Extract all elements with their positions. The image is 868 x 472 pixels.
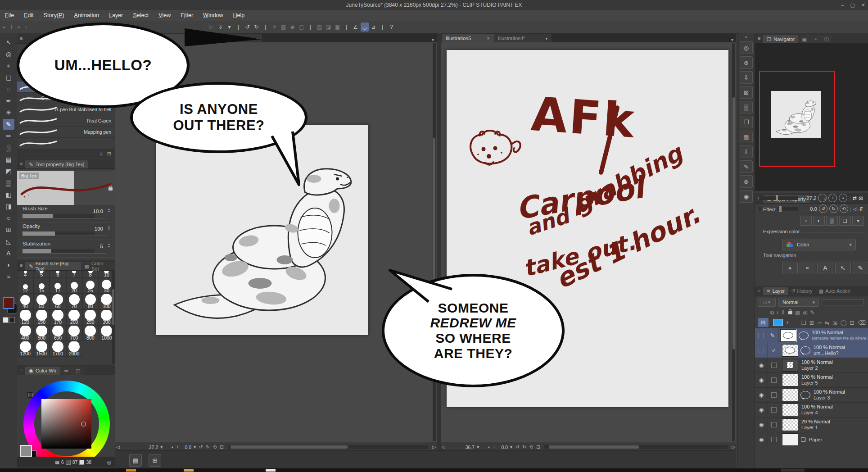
delete-subtool-icon[interactable]: ⊟: [107, 151, 111, 157]
stepper-icon[interactable]: ▲▼: [108, 208, 110, 213]
fit-view-icon[interactable]: ⊡: [219, 445, 224, 449]
brush-size-cell[interactable]: 7: [66, 271, 82, 278]
tool-property-tab[interactable]: ✎ Tool property [Big Tex]: [25, 160, 88, 168]
brush-size-tab[interactable]: ✎ Brush size [Big Tex]: [25, 262, 81, 270]
flip-horizontal-icon[interactable]: ⇄: [852, 195, 857, 201]
blend-mode-dropdown[interactable]: Normal ▾: [778, 298, 819, 307]
zoom-slider-icon[interactable]: ▪: [487, 445, 491, 449]
toolbar-icon[interactable]: ▧: [316, 23, 324, 32]
toolbar-icon[interactable]: ?: [388, 23, 396, 32]
decoration-tool[interactable]: ▤: [3, 154, 14, 165]
brush-size-cell[interactable]: 1500: [33, 341, 50, 357]
pane2-horizontal-scrollbar[interactable]: [544, 445, 728, 449]
material-delete[interactable]: ⊠: [740, 86, 753, 99]
text-tool[interactable]: A: [3, 248, 14, 259]
brush-size-cell[interactable]: 800: [82, 325, 99, 341]
layer-thumbnail[interactable]: [782, 374, 798, 386]
brush-size-cell[interactable]: 200: [66, 309, 82, 325]
frame-border-tool[interactable]: ⊞: [3, 224, 14, 235]
move-tool[interactable]: ⌖: [3, 60, 14, 71]
layer-thumbnail[interactable]: [782, 433, 798, 446]
close-button[interactable]: ✕: [861, 2, 865, 8]
zoom-out-icon[interactable]: −: [481, 445, 486, 449]
zoom-in-icon[interactable]: +: [492, 445, 497, 449]
toolbar-icon[interactable]: ◡: [361, 23, 369, 32]
document-tab[interactable]: Illustration5 ×: [442, 34, 494, 42]
merge-to-lower-icon[interactable]: ⇲: [832, 319, 837, 326]
layer-thumbnail[interactable]: [782, 389, 798, 401]
material-download[interactable]: ⇩: [740, 71, 753, 84]
scroll-left-icon[interactable]: ◁: [441, 445, 446, 449]
layer-tab[interactable]: ≋ Layer: [763, 287, 788, 295]
brush-size-cell[interactable]: 250: [82, 309, 99, 325]
toolbar-icon[interactable]: |: [379, 23, 387, 32]
menu-item[interactable]: Edit: [19, 10, 39, 21]
brush-size-cell[interactable]: 60: [50, 294, 66, 309]
new-vector-layer-icon[interactable]: ⊞: [809, 319, 814, 326]
close-tab-icon[interactable]: ×: [487, 36, 490, 41]
brush-size-cell[interactable]: 5: [33, 271, 50, 278]
collapse-arrows-icon[interactable]: »: [738, 33, 755, 39]
toolbar-icon[interactable]: ◪: [325, 23, 333, 32]
new-raster-layer-icon[interactable]: ❏: [801, 319, 806, 326]
toolbar-icon[interactable]: ▢: [298, 23, 306, 32]
reference-layer-icon[interactable]: ✎: [810, 309, 815, 316]
stepper-icon[interactable]: ▲▼: [108, 225, 110, 231]
brush-size-cell[interactable]: 4: [17, 271, 33, 278]
zoom-caret-icon[interactable]: ▾: [159, 445, 163, 449]
expand-icon[interactable]: ⊠: [859, 195, 863, 201]
navigator-tab[interactable]: ❐ Navigator: [763, 35, 798, 43]
fit-to-screen-button[interactable]: ▪: [839, 194, 847, 202]
sub-color-swatch[interactable]: [3, 317, 9, 323]
layer-palette-color-dropdown[interactable]: ▢ ▾: [758, 298, 776, 307]
apply-mask-icon[interactable]: ⊡: [850, 319, 854, 326]
flip-vertical-icon[interactable]: ⇵: [859, 206, 863, 212]
hue-marker[interactable]: [28, 393, 32, 397]
layer-row[interactable]: ◉ ❏ 100 % Normal Layer 5: [755, 373, 868, 388]
material-edit[interactable]: ✎: [740, 160, 753, 173]
zoom-tool[interactable]: ◎: [3, 49, 14, 59]
brush-size-cell[interactable]: 150: [33, 309, 50, 325]
layer-row[interactable]: ◉ ❏ 100 % Normal Layer 2: [755, 358, 868, 373]
scroll-right-icon[interactable]: ▷: [731, 445, 736, 449]
delete-layer-icon[interactable]: ⌫: [858, 319, 866, 326]
draft-layer-icon[interactable]: ◎: [803, 309, 807, 316]
material-image-material[interactable]: ▦: [740, 131, 753, 143]
panel-menu-icon[interactable]: ≡: [20, 36, 23, 41]
toolbar-icon[interactable]: ▣: [334, 23, 342, 32]
layer-view-button[interactable]: ▤: [129, 454, 142, 467]
material-download-2[interactable]: ⇩: [740, 145, 753, 158]
menu-item[interactable]: Select: [128, 10, 154, 21]
zoom-value[interactable]: 27.2: [149, 445, 158, 450]
brush-size-cell[interactable]: 700: [66, 325, 82, 341]
airbrush-tool[interactable]: ░: [3, 142, 14, 153]
document-tab[interactable]: Illustration4* ●: [494, 34, 552, 42]
property-slider[interactable]: [23, 249, 95, 253]
rotate-ccw-button[interactable]: ↺: [819, 204, 827, 213]
menu-item[interactable]: Animation: [69, 10, 104, 21]
correction-tool[interactable]: ≈: [3, 271, 14, 282]
brush-size-scrollbar[interactable]: [112, 271, 115, 364]
auto-action-tab[interactable]: ▦ Auto Action: [816, 287, 854, 295]
subtool-item[interactable]: Real G-pen: [17, 115, 115, 127]
effect-caret-icon[interactable]: ▾: [852, 216, 864, 226]
add-subtool-icon[interactable]: ⇩: [99, 151, 104, 157]
operation-tool[interactable]: ↖: [3, 37, 14, 48]
color-history-tab[interactable]: ◫: [72, 367, 84, 375]
taskbar-icon[interactable]: [266, 469, 276, 472]
toolbar-icon[interactable]: ◆: [289, 23, 297, 32]
brush-tool[interactable]: ✏: [3, 131, 14, 141]
blend-tool[interactable]: ▒: [3, 177, 14, 188]
transfer-to-lower-icon[interactable]: ⇆: [825, 319, 829, 326]
layer-color-chip[interactable]: [773, 319, 783, 326]
toolnav-object[interactable]: ↖: [835, 262, 851, 274]
ruler-tool[interactable]: ◺: [3, 236, 14, 247]
reset-view-icon[interactable]: ⟲: [529, 445, 534, 449]
balloon-tool[interactable]: ◗: [3, 259, 14, 270]
zoom-out-button[interactable]: −: [818, 194, 827, 202]
panel-menu-icon[interactable]: ≡: [20, 263, 23, 268]
layer-row[interactable]: ◉ ❏ 100 % Normal Layer 3: [755, 388, 868, 403]
layer-color-effect-icon[interactable]: ▒: [826, 216, 838, 226]
zoom-in-icon[interactable]: +: [176, 445, 180, 449]
menu-item[interactable]: File: [0, 10, 19, 21]
